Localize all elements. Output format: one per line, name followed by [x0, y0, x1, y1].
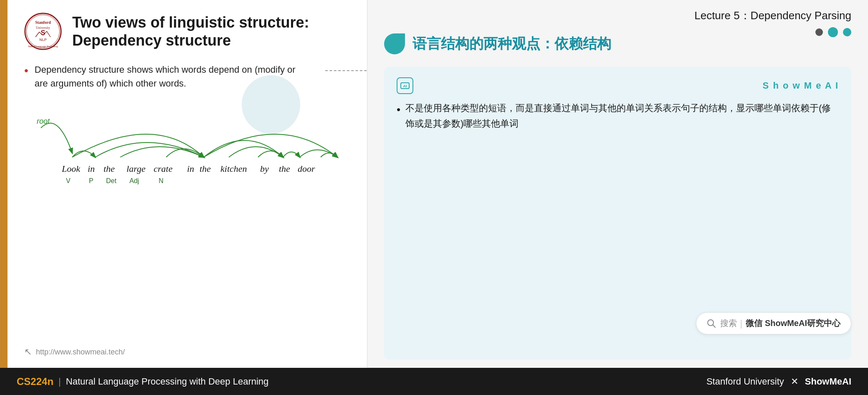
course-divider: |: [58, 376, 61, 387]
stanford-logo: Stanford University S NLP Natural Langua…: [24, 13, 62, 50]
showmeai-text: S h o w M e A I: [763, 80, 839, 91]
svg-text:Adj: Adj: [129, 177, 139, 184]
svg-text:door: door: [298, 163, 315, 174]
orange-bar: [0, 0, 8, 368]
svg-text:large: large: [127, 163, 146, 174]
svg-text:in: in: [187, 163, 194, 174]
svg-text:the: the: [279, 163, 290, 174]
svg-text:kitchen: kitchen: [220, 163, 247, 174]
svg-text:V: V: [66, 177, 71, 184]
svg-text:in: in: [88, 163, 95, 174]
ai-icon: AI: [397, 77, 413, 94]
svg-text:AI: AI: [403, 84, 407, 88]
diagram-svg: root: [24, 103, 358, 228]
svg-text:Natural Language Processing: Natural Language Processing: [28, 45, 58, 48]
right-header: 语言结构的两种观点：依赖结构: [384, 33, 851, 54]
nav-dots: [815, 27, 851, 37]
bottom-right: Stanford University ✕ ShowMeAI: [706, 376, 851, 387]
nav-dot-3[interactable]: [843, 28, 851, 36]
lecture-title: Lecture 5：Dependency Parsing: [384, 8, 851, 23]
footer-url: http://www.showmeai.tech/: [36, 348, 125, 357]
stanford-text: Stanford University: [706, 376, 784, 387]
svg-text:N: N: [159, 177, 164, 184]
slide-bullet-section: • Dependency structure shows which words…: [24, 63, 350, 90]
svg-text:root: root: [37, 117, 50, 125]
dependency-diagram: root: [24, 103, 350, 342]
svg-text:NLP: NLP: [39, 38, 47, 42]
svg-text:by: by: [260, 163, 269, 174]
chinese-title: 语言结构的两种观点：依赖结构: [412, 34, 611, 54]
showmeai-brand: ShowMeAI: [805, 376, 851, 387]
showmeai-badge: AI S h o w M e A I: [397, 77, 839, 94]
nav-dot-1[interactable]: [815, 28, 823, 36]
svg-text:Look: Look: [61, 163, 81, 174]
teal-accent-shape: [384, 33, 405, 54]
bullet-dot: •: [24, 62, 28, 79]
slide-title: Two views of linguistic structure: Depen…: [72, 13, 309, 49]
slide-header: Stanford University S NLP Natural Langua…: [24, 13, 350, 50]
svg-text:the: the: [200, 163, 211, 174]
slide-panel: Stanford University S NLP Natural Langua…: [0, 0, 367, 368]
search-text: 搜索: [720, 318, 737, 329]
svg-text:Stanford: Stanford: [35, 20, 51, 25]
chinese-bullet-dot: •: [397, 100, 400, 119]
course-info: CS224n | Natural Language Processing wit…: [17, 376, 268, 387]
search-wechat: 微信 ShowMeAI研究中心: [746, 318, 840, 329]
search-box[interactable]: 搜索 | 微信 ShowMeAI研究中心: [696, 312, 851, 334]
x-separator: ✕: [791, 376, 798, 387]
bottom-bar: CS224n | Natural Language Processing wit…: [0, 368, 868, 395]
search-divider: |: [740, 318, 743, 329]
cursor-icon: ↖: [24, 347, 32, 357]
course-code: CS224n: [17, 376, 53, 387]
chinese-bullet: • 不是使用各种类型的短语，而是直接通过单词与其他的单词关系表示句子的结构，显示…: [397, 100, 839, 132]
svg-line-27: [713, 325, 715, 327]
nav-dot-2[interactable]: [828, 27, 838, 37]
chinese-translation: 不是使用各种类型的短语，而是直接通过单词与其他的单词关系表示句子的结构，显示哪些…: [405, 100, 839, 132]
svg-text:Det: Det: [106, 177, 116, 184]
svg-text:the: the: [104, 163, 115, 174]
svg-text:crate: crate: [154, 163, 172, 174]
search-icon: [707, 319, 716, 328]
svg-text:P: P: [89, 177, 94, 184]
slide-footer: ↖ http://www.showmeai.tech/: [24, 342, 350, 359]
course-name: Natural Language Processing with Deep Le…: [66, 376, 269, 387]
right-panel: Lecture 5：Dependency Parsing 语言结构的两种观点：依…: [367, 0, 868, 368]
